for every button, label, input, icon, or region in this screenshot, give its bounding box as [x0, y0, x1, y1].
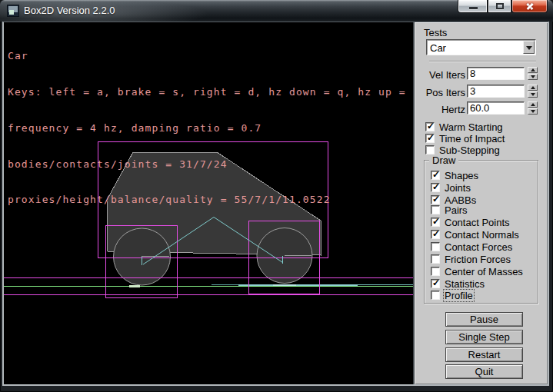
checkbox-box[interactable] — [431, 171, 440, 180]
draw-group: Draw Shapes Joints AABBs Pairs — [424, 160, 538, 304]
arrow-up-icon — [531, 68, 535, 71]
checkbox-label: Shapes — [445, 171, 478, 181]
checkbox-label: Contact Points — [445, 218, 510, 228]
checkbox-box[interactable] — [431, 218, 440, 227]
draw-group-label: Draw — [429, 155, 458, 165]
maximize-button[interactable] — [488, 0, 511, 13]
checkbox-box[interactable] — [425, 134, 435, 143]
checkbox-label: Joints — [445, 183, 471, 193]
checkbox-box[interactable] — [431, 254, 440, 264]
restart-button[interactable]: Restart — [445, 347, 523, 362]
checkbox-label: Warm Starting — [439, 122, 503, 132]
checkbox-label: Time of Impact — [439, 134, 505, 144]
pos-iters-field[interactable]: 3 — [467, 85, 525, 98]
checkbox-box[interactable] — [431, 242, 440, 251]
checkbox-label: Pairs — [445, 205, 468, 215]
minimize-button[interactable] — [458, 0, 488, 13]
tests-dropdown-value: Car — [430, 42, 446, 54]
quit-button[interactable]: Quit — [445, 364, 523, 379]
spinner-down-button[interactable] — [528, 108, 538, 115]
checkbox-box[interactable] — [431, 183, 440, 192]
pos-iters-spinner — [528, 85, 538, 98]
simulation-canvas[interactable]: Car Keys: left = a, brake = s, right = d… — [4, 22, 413, 384]
stats-text: Car Keys: left = a, brake = s, right = d… — [8, 26, 413, 230]
checkbox-label: Profile — [445, 291, 473, 301]
checkbox-box[interactable] — [431, 230, 440, 239]
tests-dropdown-button[interactable] — [523, 41, 535, 54]
close-button[interactable] — [511, 0, 548, 13]
client-area: Car Keys: left = a, brake = s, right = d… — [2, 22, 549, 386]
app-window: Box2D Version 2.2.0 Car Keys: left = a, … — [0, 0, 553, 392]
contact-point-left — [129, 285, 140, 287]
app-icon — [7, 5, 19, 17]
checkbox-box[interactable] — [425, 122, 435, 131]
checkbox-box[interactable] — [431, 195, 440, 204]
test-title: Car — [8, 50, 413, 62]
vel-iters-label: Vel Iters — [415, 69, 465, 81]
checkbox-label: Friction Forces — [445, 254, 511, 264]
spinner-down-button[interactable] — [528, 74, 538, 80]
checkbox-label: Statistics — [445, 279, 485, 289]
checkbox-label: Contact Normals — [445, 230, 519, 240]
vel-iters-spinner — [528, 67, 538, 80]
proxies-stats: proxies/height/balance/quality = 55/7/1/… — [8, 194, 413, 206]
checkbox-label: Center of Masses — [445, 267, 523, 277]
maximize-icon — [496, 3, 504, 9]
contact-point-right — [273, 284, 296, 287]
spinner-up-button[interactable] — [528, 67, 538, 73]
keys-help: Keys: left = a, brake = s, right = d, hz… — [8, 86, 413, 98]
vel-iters-field[interactable]: 8 — [467, 67, 525, 80]
checkbox-box[interactable] — [431, 267, 440, 276]
hertz-label: Hertz — [415, 104, 465, 115]
pos-iters-label: Pos Iters — [415, 87, 465, 98]
separator — [429, 61, 536, 62]
tests-dropdown[interactable]: Car — [426, 39, 536, 55]
checkbox-box[interactable] — [431, 291, 440, 300]
spinner-down-button[interactable] — [528, 91, 538, 98]
checkbox-box[interactable] — [425, 145, 435, 154]
hertz-field[interactable]: 60.0 — [467, 101, 525, 115]
checkbox-box[interactable] — [431, 205, 440, 214]
checkbox-box[interactable] — [431, 279, 440, 288]
spinner-up-button[interactable] — [528, 85, 538, 91]
chevron-down-icon — [526, 46, 532, 50]
bodies-stats: bodies/contacts/joints = 31/7/24 — [8, 158, 413, 171]
arrow-down-icon — [531, 75, 535, 78]
minimize-icon — [469, 7, 478, 9]
window-title: Box2D Version 2.2.0 — [24, 0, 115, 22]
pause-button[interactable]: Pause — [445, 312, 523, 327]
wheel-right-radius-line — [285, 255, 312, 256]
frequency-text: frequency = 4 hz, damping ratio = 0.7 — [8, 122, 413, 135]
spinner-up-button[interactable] — [528, 101, 538, 108]
checkbox-label: Contact Forces — [445, 242, 512, 252]
tests-label: Tests — [424, 28, 447, 38]
single-step-button[interactable]: Single Step — [445, 330, 523, 344]
control-panel: Tests Car Vel Iters 8 Pos Iters 3 Hertz … — [413, 22, 548, 384]
close-icon — [525, 2, 535, 11]
arrow-down-icon — [531, 110, 535, 113]
arrow-down-icon — [531, 93, 535, 96]
hertz-spinner — [528, 101, 538, 115]
arrow-up-icon — [531, 86, 535, 89]
title-bar[interactable]: Box2D Version 2.2.0 — [0, 0, 553, 22]
arrow-up-icon — [531, 103, 535, 106]
